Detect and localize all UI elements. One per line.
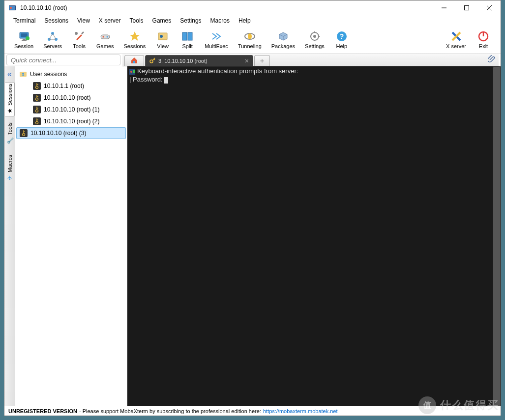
status-text: - Please support MobaXterm by subscribin…	[79, 408, 261, 414]
svg-rect-25	[188, 32, 192, 40]
key-icon	[33, 94, 41, 102]
status-link[interactable]: https://mobaxterm.mobatek.net	[263, 408, 338, 414]
svg-line-41	[154, 59, 155, 60]
split-icon	[181, 30, 193, 42]
star-icon: ★	[6, 108, 13, 114]
star-icon	[129, 30, 141, 42]
tree-item[interactable]: 10.10.10.10 (root)	[15, 92, 127, 104]
svg-point-23	[160, 35, 163, 38]
svg-point-29	[313, 35, 316, 38]
toolbar-exit[interactable]: Exit	[471, 28, 496, 52]
network-icon	[47, 30, 59, 42]
toolbar-help[interactable]: ?Help	[329, 28, 354, 52]
quick-connect-input[interactable]	[6, 55, 120, 65]
xserver-icon	[450, 30, 462, 42]
collapse-sidebar-button[interactable]: «	[5, 69, 15, 79]
svg-point-53	[35, 121, 38, 124]
tab-close-icon[interactable]: ×	[245, 57, 249, 65]
key-icon	[149, 57, 155, 64]
toolbar-split[interactable]: Split	[175, 28, 200, 52]
svg-point-50	[35, 109, 38, 112]
tree-item-label: 10.10.10.10 (root)	[44, 94, 90, 101]
window-title: 10.10.10.10 (root)	[20, 4, 433, 11]
folder-user-icon	[19, 70, 27, 79]
toolbar-games[interactable]: Games	[91, 28, 119, 52]
minimize-button[interactable]	[433, 0, 455, 15]
terminal[interactable]: Keyboard-interactive authentication prom…	[127, 66, 501, 406]
package-icon	[277, 30, 289, 42]
tree-item-label: 10.10.10.10 (root) (3)	[30, 130, 86, 137]
menu-games[interactable]: Games	[149, 16, 176, 25]
svg-point-11	[26, 36, 30, 40]
svg-rect-10	[22, 40, 27, 41]
toolbar-tools[interactable]: Tools	[67, 28, 91, 52]
tab-home[interactable]	[124, 55, 144, 66]
attachment-icon[interactable]	[488, 55, 496, 65]
svg-point-2	[10, 7, 12, 9]
tree-item[interactable]: 10.10.10.10 (root) (2)	[15, 115, 127, 127]
toolbar-packages[interactable]: Packages	[267, 28, 300, 52]
terminal-scrollbar[interactable]	[493, 66, 501, 406]
menu-tools[interactable]: Tools	[126, 16, 148, 25]
svg-rect-19	[101, 35, 110, 39]
key-icon	[20, 129, 28, 137]
menu-view[interactable]: View	[73, 16, 94, 25]
toolbar-multiexec[interactable]: MultiExec	[200, 28, 233, 52]
terminal-line: | Password:	[129, 76, 164, 83]
tree-root[interactable]: User sessions	[15, 68, 127, 80]
tab-active-session[interactable]: 3. 10.10.10.10 (root) ×	[145, 55, 253, 66]
svg-point-44	[35, 85, 38, 89]
tabbar: 3. 10.10.10.10 (root) × ＋	[122, 54, 499, 66]
tree-item[interactable]: 10.10.10.10 (root) (1)	[15, 104, 127, 115]
tab-new[interactable]: ＋	[254, 55, 270, 66]
toolbar-view[interactable]: View	[150, 28, 175, 52]
tree-root-label: User sessions	[30, 71, 67, 78]
wrench-icon: 🔧	[6, 138, 13, 144]
terminal-line: Keyboard-interactive authentication prom…	[137, 67, 298, 75]
plus-icon: ＋	[259, 56, 266, 65]
multiexec-icon	[210, 30, 222, 42]
key-icon	[33, 82, 41, 90]
toolbar-xserver[interactable]: X server	[441, 28, 471, 52]
terminal-pane: Keyboard-interactive authentication prom…	[127, 66, 501, 406]
svg-text:?: ?	[340, 32, 344, 40]
svg-point-47	[35, 97, 38, 101]
close-button[interactable]	[478, 0, 501, 15]
toolbar: Session Servers Tools Games Sessions Vie…	[4, 26, 501, 54]
toolbar-settings[interactable]: Settings	[300, 28, 329, 52]
terminal-prompt-icon	[129, 69, 135, 75]
menu-macros[interactable]: Macros	[207, 16, 234, 25]
maximize-button[interactable]	[455, 0, 478, 15]
vtab-sessions[interactable]: ★Sessions	[5, 82, 15, 116]
gamepad-icon	[99, 30, 111, 42]
toolbar-servers[interactable]: Servers	[38, 28, 67, 52]
menu-help[interactable]: Help	[235, 16, 255, 25]
vtab-macros[interactable]: ✈Macros	[5, 151, 15, 185]
titlebar: 10.10.10.10 (root)	[4, 0, 501, 15]
side-tabs: « ★Sessions 🔧Tools ✈Macros	[4, 66, 15, 406]
tree-item-label: 10.10.10.10 (root) (2)	[44, 118, 99, 125]
tab-label: 3. 10.10.10.10 (root)	[158, 58, 208, 64]
menu-terminal[interactable]: Terminal	[9, 16, 39, 25]
svg-point-43	[22, 73, 24, 75]
app-icon	[8, 4, 16, 12]
menu-sessions[interactable]: Sessions	[40, 16, 72, 25]
vtab-tools[interactable]: 🔧Tools	[5, 116, 15, 151]
statusbar: UNREGISTERED VERSION - Please support Mo…	[4, 406, 501, 416]
help-icon: ?	[336, 30, 348, 42]
quickbar: 3. 10.10.10.10 (root) × ＋	[4, 54, 501, 66]
tunnel-icon	[244, 30, 256, 42]
power-icon	[477, 30, 489, 42]
menu-settings[interactable]: Settings	[176, 16, 205, 25]
toolbar-tunneling[interactable]: Tunneling	[233, 28, 267, 52]
tree-item-selected[interactable]: 10.10.10.10 (root) (3)	[16, 127, 126, 139]
tree-item[interactable]: 10.10.1.1 (root)	[15, 80, 127, 92]
toolbar-sessions[interactable]: Sessions	[119, 28, 151, 52]
monitor-icon	[18, 30, 30, 42]
toolbar-session[interactable]: Session	[9, 28, 38, 52]
svg-point-18	[75, 32, 78, 35]
menu-xserver[interactable]: X server	[95, 16, 125, 25]
tree-item-label: 10.10.10.10 (root) (1)	[44, 106, 99, 113]
sessions-panel: User sessions 10.10.1.1 (root) 10.10.10.…	[15, 66, 127, 406]
main-area: « ★Sessions 🔧Tools ✈Macros User sessions…	[4, 66, 501, 406]
